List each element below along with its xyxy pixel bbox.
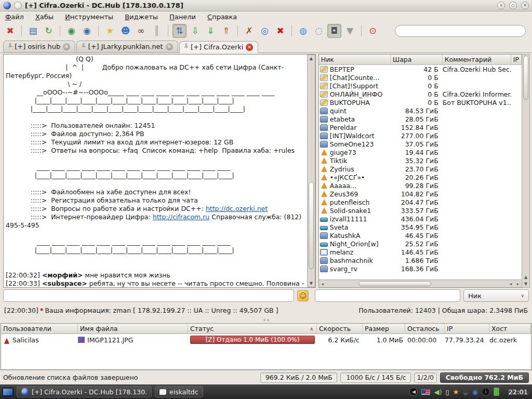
menu-item-5[interactable]: Справка	[207, 13, 237, 21]
transfers-column-4[interactable]: Размер	[363, 324, 405, 334]
user-row[interactable]: •«ЈКССҐ»•20.26 ГиБ	[319, 173, 522, 181]
userlist-scroll-thumb[interactable]	[523, 56, 528, 100]
shade-button[interactable]	[14, 2, 22, 9]
favorites-button[interactable]: ★	[103, 24, 117, 38]
chat-vertical-scrollbar[interactable]: ▲ ▼	[307, 55, 315, 287]
panel-splitter[interactable]	[0, 317, 532, 323]
quit-button[interactable]: ⊙	[366, 24, 380, 38]
user-row[interactable]: Night_Orion[w]25.52 ГиБ	[319, 240, 522, 248]
userlist-vertical-scrollbar[interactable]: ▲ ▼	[522, 54, 530, 288]
chat-message-input[interactable]	[3, 289, 294, 302]
scroll-up-icon[interactable]: ▲	[308, 55, 315, 62]
transfers-column-1[interactable]: Имя файла	[78, 324, 188, 334]
emoticon-button[interactable]: ☺	[297, 290, 309, 301]
tab-1[interactable]: ╨[+] JLarky.punklan.net✕	[76, 41, 178, 52]
scroll-left-icon[interactable]: ◂	[507, 282, 514, 286]
close-button[interactable]: ✕	[521, 2, 529, 9]
tab-2[interactable]: ╨[+] Cifra.Ozerki✕	[179, 41, 259, 53]
hide-tray-icons-icon[interactable]: ◀	[409, 388, 418, 396]
transfers-column-2[interactable]: Статус∧	[188, 324, 317, 334]
userlist-hscroll-thumb[interactable]	[358, 281, 431, 286]
user-row[interactable]: BUKTOPUHA0 ББот BUKTOPUHA v1....	[319, 98, 522, 107]
scroll-up-icon[interactable]: ▲	[522, 274, 529, 281]
tab-0[interactable]: ╨[+] osiris hub✕	[3, 41, 75, 52]
chat-link[interactable]: http://dc.ozerki.net	[206, 205, 268, 212]
menu-item-4[interactable]: Панели	[169, 13, 196, 21]
menu-item-0[interactable]: Файл	[5, 13, 24, 21]
user-row[interactable]: Pereldar152.84 ГиБ	[319, 123, 522, 131]
public-hubs-button[interactable]: ║	[150, 24, 164, 38]
menu-item-3[interactable]: Виджеты	[125, 13, 158, 21]
antispam-button[interactable]: ◘	[327, 24, 341, 38]
user-row[interactable]: svarg_rv168.36 ГиБ	[319, 264, 522, 273]
minimize-button[interactable]: ∨	[497, 2, 505, 9]
userlist-column-0[interactable]: Ник	[319, 55, 391, 64]
star-icon[interactable]: ★	[453, 389, 459, 395]
search-button[interactable]: ∞	[134, 24, 148, 38]
menu-item-1[interactable]: Хабы	[35, 13, 54, 21]
user-row[interactable]: izvall11111436.04 ГиБ	[319, 215, 522, 223]
user-row[interactable]: putenfleisch204.47 ГиБ	[319, 198, 522, 206]
info-icon[interactable]: i	[482, 388, 490, 396]
scroll-left-icon[interactable]: ◂	[319, 282, 326, 286]
transfers-column-6[interactable]: IP	[445, 324, 489, 334]
filter-column-dropdown[interactable]: Ник ∨	[463, 289, 529, 302]
userlist-column-3[interactable]: IP	[511, 55, 522, 64]
user-row[interactable]: bashmachnik1.686 ТиБ	[319, 256, 522, 264]
userlist-column-2[interactable]: Комментарий	[443, 55, 511, 64]
user-row[interactable]: Zydrius23.70 ГиБ	[319, 165, 522, 173]
user-row[interactable]: Zeus369104.82 ГиБ	[319, 190, 522, 198]
finished-downloads-button[interactable]: ⇓	[204, 24, 218, 38]
settings-button[interactable]: ✖	[3, 24, 17, 38]
taskbar-item-1[interactable]: eiskaltdc	[155, 386, 203, 397]
transfers-column-0[interactable]: Пользователи	[1, 324, 78, 334]
network-globe-icon[interactable]: ◉	[472, 389, 478, 395]
file-list-browser-button[interactable]: ◍	[296, 24, 310, 38]
favorite-users-button[interactable]: ☻	[118, 24, 132, 38]
transfers-column-7[interactable]: Хост	[489, 324, 531, 334]
userlist-horizontal-scrollbar[interactable]: ◂ ◂ ▸	[319, 280, 522, 287]
close-hub-button[interactable]: ✖	[273, 24, 287, 38]
user-row[interactable]: [Chat]Counte...0 Б	[319, 73, 522, 82]
ip-filter-button[interactable]: ▼	[343, 24, 357, 38]
quick-connect-button[interactable]: ◉	[80, 24, 94, 38]
user-row[interactable]: SomeOne12337.05 ГиБ	[319, 140, 522, 148]
volume-icon[interactable]: ◀)	[434, 389, 442, 395]
battery-icon[interactable]	[494, 388, 499, 396]
user-row[interactable]: KatushkA46.45 ГиБ	[319, 231, 522, 240]
maximize-button[interactable]: ◇	[509, 2, 517, 9]
user-row[interactable]: giuge7319.44 ГиБ	[319, 148, 522, 156]
clock[interactable]: 22:01	[509, 388, 528, 396]
favorite-hubs-button[interactable]: ▤	[26, 24, 40, 38]
search-spy-button[interactable]: ◎	[258, 24, 272, 38]
user-row[interactable]: Tiktik35.32 ГиБ	[319, 156, 522, 165]
userlist-filter-input[interactable]	[315, 289, 460, 302]
tab-close-icon[interactable]: ✕	[63, 43, 70, 50]
keyboard-layout-us-flag-icon[interactable]	[421, 389, 430, 395]
menu-item-2[interactable]: Инструменты	[65, 13, 113, 21]
start-menu-icon[interactable]	[2, 388, 14, 396]
finished-uploads-button[interactable]: ⇑	[219, 24, 233, 38]
scroll-right-icon[interactable]: ▸	[514, 282, 522, 286]
userlist-column-1[interactable]: Шара	[391, 55, 443, 64]
tab-close-icon[interactable]: ✕	[166, 43, 173, 50]
tab-close-icon[interactable]: ✕	[246, 44, 253, 51]
user-row[interactable]: Aaaaa...99.28 ГиБ	[319, 181, 522, 190]
scroll-down-icon[interactable]: ▼	[522, 281, 529, 287]
clipboard-icon[interactable]: ▯	[446, 389, 449, 395]
hub-list-button[interactable]: ◉	[64, 24, 78, 38]
user-row[interactable]: ОНЛАЙН_ИНФО0 БCifra.Ozerki Informer...	[319, 90, 522, 98]
user-row[interactable]: [INT]Waldcort277.00 ГиБ	[319, 131, 522, 140]
reconnect-button[interactable]: ↻	[42, 24, 56, 38]
user-row[interactable]: Sveta354.95 ГиБ	[319, 223, 522, 231]
user-row[interactable]: Solid-snake1333.57 ГиБ	[319, 206, 522, 215]
taskbar-item-0[interactable]: [+] Cifra.Ozerki - DC.Hub [178.130.	[17, 386, 152, 397]
hat-icon[interactable]: ◒	[462, 389, 468, 395]
user-row[interactable]: [Chat]!Support0 Б	[319, 82, 522, 90]
user-row[interactable]: melanz146.45 ГиБ	[319, 248, 522, 256]
transfers-button[interactable]: ⇅	[172, 24, 187, 38]
user-row[interactable]: etabeta28.05 ГиБ	[319, 115, 522, 123]
download-queue-button[interactable]: ⇩	[188, 24, 202, 38]
scroll-down-icon[interactable]: ▼	[308, 280, 315, 287]
user-row[interactable]: ВЕРТЕР42 БCifra.Ozerki Hub Sec...	[319, 65, 522, 73]
